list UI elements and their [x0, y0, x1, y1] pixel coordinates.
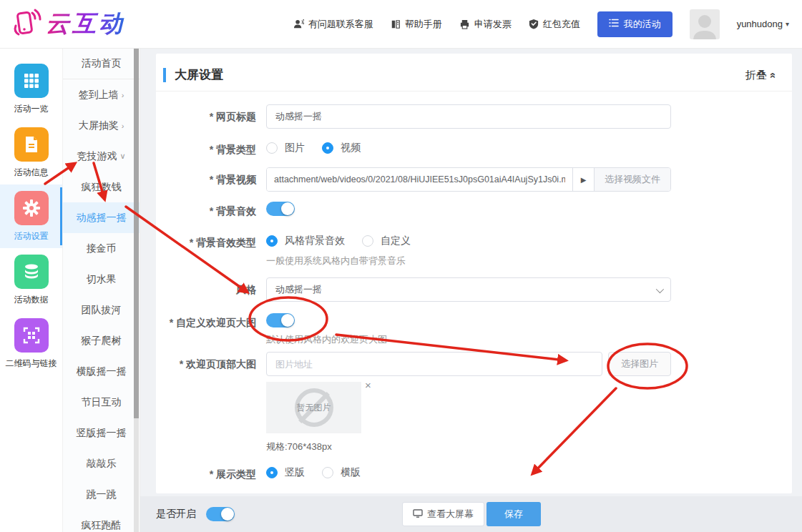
image-preview: 暂无图片 ×: [266, 382, 381, 433]
bg-sound-toggle[interactable]: [266, 202, 295, 216]
bottom-action-bar: 是否开启 查看大屏幕 保存: [140, 496, 802, 532]
scrollbar-thumb[interactable]: [134, 49, 139, 418]
secondary-menu: 活动首页 签到上墙› 大屏抽奖› 竞技游戏∨ 疯狂数钱 动感摇一摇 接金币 切水…: [63, 49, 140, 532]
field-label-bg-sound: * 背景音效: [156, 202, 266, 219]
submenu-item-festival[interactable]: 节日互动: [63, 387, 140, 418]
monitor-icon: [413, 509, 423, 520]
field-label-custom-welcome: * 自定义欢迎页大图: [156, 313, 266, 346]
list-icon: [609, 19, 619, 29]
chevron-down-icon: ∨: [119, 152, 125, 161]
enable-toggle[interactable]: [206, 507, 235, 521]
primary-sidebar: 活动一览 活动信息 活动设置: [0, 49, 63, 532]
chevron-right-icon: ›: [122, 122, 124, 130]
radio-bg-image[interactable]: [266, 142, 278, 154]
document-icon: [14, 127, 49, 162]
image-spec: 规格:706*438px: [266, 440, 671, 453]
radio-bg-video[interactable]: [322, 142, 333, 154]
database-icon: [14, 255, 49, 289]
radio-style-sound[interactable]: [266, 235, 278, 247]
qr-code-icon: [14, 318, 49, 353]
submenu-item-jump[interactable]: 跳一跳: [63, 479, 140, 510]
sidebar-item-qrcode-links[interactable]: 二维码与链接: [0, 312, 62, 375]
nav-contact-support[interactable]: 有问题联系客服: [293, 18, 373, 31]
chevron-right-icon: ›: [122, 91, 124, 99]
choose-image-button[interactable]: 选择图片: [608, 352, 671, 376]
field-label-page-title: * 网页标题: [156, 104, 266, 129]
field-label-bg-video: * 背景视频: [156, 167, 266, 192]
enable-label: 是否开启: [156, 508, 196, 521]
custom-welcome-hint: 默认使用风格内的欢迎页大图: [266, 333, 671, 346]
submenu-item-tug-of-war[interactable]: 团队拔河: [63, 295, 140, 325]
remove-image-icon[interactable]: ×: [365, 379, 371, 391]
chevron-down-icon: ▾: [786, 20, 789, 28]
radio-horizontal[interactable]: [322, 467, 333, 478]
custom-welcome-toggle[interactable]: [266, 313, 295, 327]
submenu-item-screen-lottery[interactable]: 大屏抽奖›: [63, 110, 140, 141]
screen-settings-panel: 大屏设置 折叠 « * 网页标题 * 背景类型 图片 视频: [156, 54, 792, 493]
radio-vertical[interactable]: [266, 467, 278, 478]
submenu-item-catch-coins[interactable]: 接金币: [63, 233, 140, 264]
my-activities-button[interactable]: 我的活动: [597, 11, 673, 37]
play-video-button[interactable]: ▶: [572, 168, 594, 191]
field-label-style: 风格: [156, 277, 266, 302]
user-avatar[interactable]: [690, 9, 720, 39]
field-label-bg-sound-type: * 背景音效类型: [156, 233, 266, 267]
submenu-item-signin-wall[interactable]: 签到上墙›: [63, 79, 140, 110]
play-icon: ▶: [581, 176, 587, 184]
main-content: 大屏设置 折叠 « * 网页标题 * 背景类型 图片 视频: [140, 49, 802, 532]
choose-video-button[interactable]: 选择视频文件: [594, 168, 670, 191]
bg-video-url-input[interactable]: [267, 168, 572, 191]
submenu-item-horizontal-shake[interactable]: 横版摇一摇: [63, 356, 140, 387]
style-select[interactable]: 动感摇一摇: [266, 277, 671, 302]
double-chevron-up-icon: «: [767, 72, 779, 78]
submenu-item-fruit-cut[interactable]: 切水果: [63, 264, 140, 295]
submenu-item-crazy-run[interactable]: 疯狂跑酷: [63, 510, 140, 532]
bg-sound-hint: 一般使用系统风格内自带背景音乐: [266, 255, 671, 267]
page-title: 大屏设置: [163, 68, 223, 82]
view-big-screen-button[interactable]: 查看大屏幕: [402, 502, 484, 526]
grid-icon: [14, 64, 49, 98]
submenu-item-crazy-money[interactable]: 疯狂数钱: [63, 172, 140, 202]
chevron-down-icon: [656, 285, 664, 293]
collapse-button[interactable]: 折叠 «: [745, 69, 776, 82]
no-image-placeholder: 暂无图片: [266, 382, 361, 433]
top-header: 云互动 有问题联系客服 帮助手册 申请发票 红包充值: [0, 0, 802, 49]
sidebar-item-activity-list[interactable]: 活动一览: [0, 57, 62, 121]
nav-red-packet-recharge[interactable]: 红包充值: [529, 18, 580, 31]
submenu-item-knock[interactable]: 敲敲乐: [63, 448, 140, 479]
submenu-item-monkey-climb[interactable]: 猴子爬树: [63, 325, 140, 356]
nav-request-invoice[interactable]: 申请发票: [459, 18, 512, 31]
nav-help-manual[interactable]: 帮助手册: [391, 18, 442, 31]
field-label-display-type: * 展示类型: [156, 465, 266, 482]
field-label-welcome-top-image: * 欢迎页顶部大图: [156, 352, 266, 453]
page-title-input[interactable]: [266, 104, 671, 129]
submenu-item-home[interactable]: 活动首页: [63, 49, 140, 79]
submenu-item-dynamic-shake[interactable]: 动感摇一摇: [63, 202, 140, 233]
gear-icon: [14, 191, 49, 225]
brand-name: 云互动: [46, 8, 125, 40]
user-menu[interactable]: yunhudong ▾: [737, 19, 789, 29]
submenu-item-competitive-games[interactable]: 竞技游戏∨: [63, 141, 140, 172]
field-label-bg-type: * 背景类型: [156, 140, 266, 157]
shield-check-icon: [529, 19, 539, 29]
radio-custom-sound[interactable]: [362, 235, 373, 247]
submenu-scrollbar[interactable]: [134, 49, 139, 532]
save-button[interactable]: 保存: [486, 502, 541, 526]
book-icon: [391, 19, 401, 29]
customer-service-icon: [293, 19, 304, 29]
brand-logo[interactable]: 云互动: [10, 7, 125, 41]
printer-icon: [459, 19, 470, 29]
phone-hand-logo-icon: [10, 7, 41, 41]
image-url-input[interactable]: [266, 352, 602, 376]
submenu-item-vertical-shake[interactable]: 竖版摇一摇: [63, 418, 140, 448]
sidebar-item-activity-info[interactable]: 活动信息: [0, 121, 62, 184]
sidebar-item-activity-settings[interactable]: 活动设置: [0, 184, 62, 248]
sidebar-item-activity-data[interactable]: 活动数据: [0, 248, 62, 312]
